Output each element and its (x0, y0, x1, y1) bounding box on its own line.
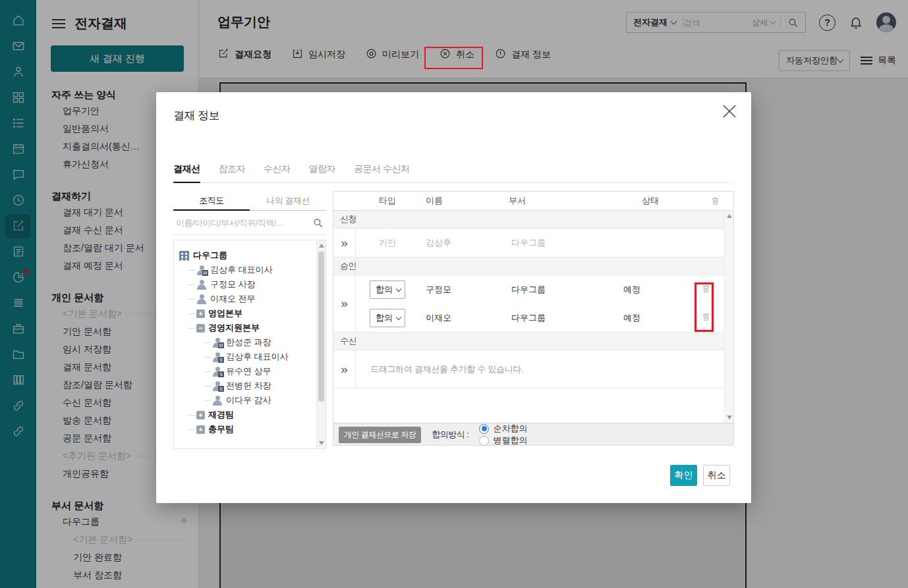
modal-tab[interactable]: 결재선 (173, 158, 200, 182)
tree-node[interactable]: S김상후 대표이사 (179, 350, 316, 364)
modal-tab[interactable]: 수신자 (264, 158, 291, 182)
expand-node-icon[interactable]: + (196, 425, 205, 434)
org-tree: 다우그룹M김상후 대표이사구정모 사장이재오 전무+영업본부−경영지원본부M한성… (173, 240, 326, 449)
tree-node[interactable]: 구정모 사장 (179, 277, 316, 292)
tree-node-label: 유수연 상무 (226, 365, 271, 377)
org-search-input[interactable] (173, 218, 308, 228)
delete-all-trash-icon[interactable] (710, 196, 720, 206)
tree-scrollbar[interactable] (316, 240, 326, 448)
approval-row[interactable]: 합의이재오다우그룹예정 (356, 304, 724, 332)
table-scrollbar[interactable] (724, 211, 733, 423)
tree-node-label: 다우그룹 (193, 250, 227, 261)
person-icon (196, 279, 207, 290)
chevron-down-icon (396, 286, 401, 291)
approver-status: 예정 (610, 312, 683, 324)
approval-group: »기안김상후다우그룹 (333, 228, 724, 257)
org-search-bar (173, 211, 326, 235)
tree-node[interactable]: S전병헌 차장 (179, 379, 316, 393)
type-select-value: 합의 (376, 312, 393, 324)
chevron-down-icon (396, 314, 401, 319)
tree-node-label: 김상후 대표이사 (226, 351, 289, 363)
tree-node-label: 한성준 과장 (226, 336, 271, 348)
org-tabs: 조직도나의 결재선 (173, 191, 326, 211)
scrollbar-thumb[interactable] (318, 252, 324, 402)
approver-dept: 다우그룹 (498, 312, 610, 324)
approval-table-body: 신청»기안김상후다우그룹승인»합의구정모다우그룹예정합의이재오다우그룹예정수신»… (333, 211, 734, 423)
type-select[interactable]: 합의 (370, 281, 405, 299)
tree-node[interactable]: S유수연 상무 (179, 364, 316, 379)
tree-node-label: 총무팀 (208, 423, 234, 435)
drop-placeholder-text: 드래그하여 결재선을 추가할 수 있습니다. (356, 363, 523, 375)
expand-node-icon[interactable]: + (196, 309, 205, 318)
tree-node[interactable]: 이재오 전무 (179, 292, 316, 306)
org-tab[interactable]: 나의 결재선 (250, 191, 326, 210)
section-band: 신청 (333, 211, 724, 228)
person-icon: M (196, 265, 207, 275)
person-icon (196, 294, 207, 304)
modal-tab[interactable]: 참조자 (219, 158, 246, 182)
collapse-node-icon[interactable]: − (196, 324, 205, 333)
approver-dept: 다우그룹 (498, 237, 610, 249)
tree-node[interactable]: +총무팀 (179, 422, 316, 437)
approval-table-header: 타입 이름 부서 상태 (333, 191, 734, 211)
delete-row-trash-icon[interactable] (701, 283, 711, 296)
modal-tabs: 결재선참조자수신자열람자공문서 수신처 (173, 158, 734, 183)
approver-name: 이재오 (419, 312, 498, 324)
person-icon (212, 395, 223, 406)
tree-node-label: 영업본부 (208, 307, 242, 319)
scroll-up-icon[interactable] (319, 244, 324, 248)
person-icon: S (212, 381, 223, 391)
expand-node-icon[interactable]: + (196, 411, 205, 419)
org-panel: 조직도나의 결재선 다우그룹M김상후 대표이사구정모 사장이재오 전무+영업본부… (173, 191, 326, 452)
tree-node-label: 경영지원본부 (208, 322, 260, 334)
tree-node[interactable]: +영업본부 (179, 306, 316, 321)
person-icon: S (212, 352, 223, 362)
approval-options-bar: 개인 결재선으로 저장 합의방식 : 순차합의병렬합의 (333, 423, 734, 446)
approval-row[interactable]: 기안김상후다우그룹 (356, 228, 724, 257)
person-icon: S (212, 366, 223, 377)
delete-row-trash-icon[interactable] (701, 311, 711, 324)
insert-here-arrow[interactable]: » (333, 350, 356, 388)
radio-dot (479, 424, 489, 434)
scroll-down-icon[interactable] (727, 415, 732, 419)
tree-node-label: 이다우 감사 (226, 394, 271, 406)
col-dept: 부서 (498, 195, 610, 207)
drop-placeholder-row[interactable]: 드래그하여 결재선을 추가할 수 있습니다. (356, 350, 724, 388)
scroll-up-icon[interactable] (727, 214, 732, 218)
confirm-button[interactable]: 확인 (670, 465, 697, 486)
modal-tab[interactable]: 공문서 수신처 (354, 158, 409, 182)
approval-line-panel: 타입 이름 부서 상태 신청»기안김상후다우그룹승인»합의구정모다우그룹예정합의… (333, 191, 734, 446)
tree-node[interactable]: 다우그룹 (179, 248, 316, 263)
approval-info-modal: 결재 정보 결재선참조자수신자열람자공문서 수신처 조직도나의 결재선 다우그룹… (156, 92, 751, 503)
tree-node-label: 이재오 전무 (210, 293, 256, 305)
insert-here-arrow[interactable]: » (333, 275, 356, 332)
radio-checked[interactable]: 순차합의 (479, 423, 527, 435)
agreement-method-label: 합의방식 : (432, 429, 468, 441)
approver-name: 구정모 (419, 284, 498, 296)
type-select-value: 합의 (376, 284, 393, 296)
scroll-down-icon[interactable] (319, 441, 324, 445)
radio-label: 순차합의 (493, 423, 527, 435)
tree-node[interactable]: M김상후 대표이사 (179, 263, 316, 277)
tree-node[interactable]: 이다우 감사 (179, 393, 316, 408)
radio-unchecked[interactable]: 병렬합의 (479, 435, 527, 446)
tree-node-label: 전병헌 차장 (226, 380, 271, 392)
close-icon[interactable] (721, 103, 738, 120)
approval-group: »합의구정모다우그룹예정합의이재오다우그룹예정 (333, 275, 724, 333)
modal-title: 결재 정보 (173, 108, 219, 123)
type-select[interactable]: 합의 (370, 309, 405, 327)
tree-node[interactable]: M한성준 과장 (179, 335, 316, 350)
org-tab[interactable]: 조직도 (173, 191, 250, 210)
search-icon[interactable] (312, 217, 324, 228)
modal-tab[interactable]: 열람자 (309, 158, 336, 182)
approval-row[interactable]: 합의구정모다우그룹예정 (356, 275, 724, 304)
cancel-button[interactable]: 취소 (703, 465, 730, 486)
approver-status: 예정 (610, 284, 683, 296)
tree-node[interactable]: −경영지원본부 (179, 321, 316, 335)
radio-dot (479, 436, 489, 446)
tree-node[interactable]: +재경팀 (179, 408, 316, 422)
save-personal-line-button[interactable]: 개인 결재선으로 저장 (339, 427, 421, 443)
insert-here-arrow[interactable]: » (333, 228, 356, 257)
col-type: 타입 (356, 195, 419, 207)
tree-node-label: 김상후 대표이사 (210, 264, 273, 276)
